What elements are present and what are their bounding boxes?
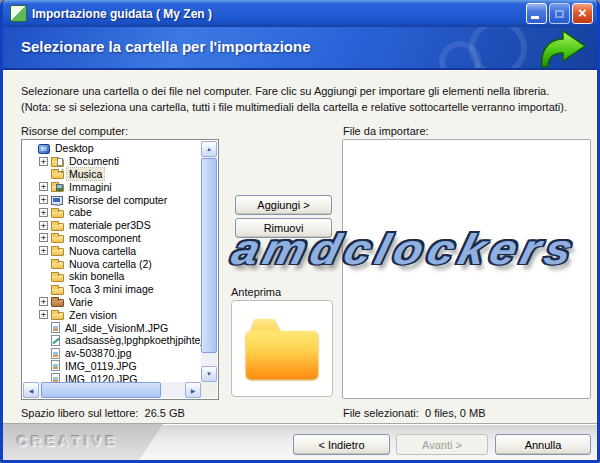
free-space-label: Spazio libero sul lettore: bbox=[21, 407, 138, 419]
horizontal-scroll-thumb[interactable] bbox=[41, 382, 161, 398]
selected-files-label: File selezionati: bbox=[343, 407, 419, 419]
desktop-icon bbox=[38, 144, 50, 154]
preview-label: Anteprima bbox=[231, 286, 281, 298]
folder-img-icon bbox=[51, 184, 64, 192]
next-button[interactable]: Avanti > bbox=[396, 434, 488, 455]
folder-icon bbox=[51, 223, 64, 231]
tree-item[interactable]: IMG_0120.JPG bbox=[23, 372, 201, 382]
tree-item-label: Nuova cartella bbox=[67, 245, 138, 257]
selected-files-status: File selezionati: 0 files, 0 MB bbox=[343, 407, 485, 419]
title-bar: Importazione guidata ( My Zen ) × bbox=[3, 0, 597, 27]
import-panel-label: File da importare: bbox=[343, 125, 429, 137]
green-arrow-icon bbox=[535, 30, 587, 70]
instructions-line2: (Nota: se si seleziona una cartella, tut… bbox=[21, 100, 581, 116]
tree-item-label: Varie bbox=[67, 296, 95, 308]
tree-item-label: asadsassèg,lpghpkoethjpihtejpihphte. bbox=[63, 334, 201, 346]
tree-item[interactable]: +moscomponent bbox=[23, 232, 201, 245]
folder-icon bbox=[51, 261, 64, 269]
tree-item[interactable]: +cabe bbox=[23, 206, 201, 219]
tree-item[interactable]: All_side_VisionM.JPG bbox=[23, 321, 201, 334]
image-file-icon bbox=[51, 322, 60, 333]
tree-item-label: IMG_0119.JPG bbox=[63, 360, 139, 372]
computer-icon bbox=[51, 196, 63, 205]
window-title: Importazione guidata ( My Zen ) bbox=[32, 7, 526, 21]
tree-item[interactable]: IMG_0119.JPG bbox=[23, 360, 201, 373]
orange-folder-icon bbox=[246, 319, 318, 379]
tree-item[interactable]: +Risorse del computer bbox=[23, 193, 201, 206]
minimize-icon bbox=[531, 16, 539, 19]
tree-item[interactable]: +Documenti bbox=[23, 155, 201, 168]
expand-icon[interactable]: + bbox=[39, 182, 48, 191]
close-button[interactable]: × bbox=[572, 3, 593, 24]
tree-horizontal-scrollbar[interactable]: ◀ ▶ bbox=[23, 382, 201, 398]
scroll-right-icon[interactable]: ▶ bbox=[185, 382, 201, 398]
tree-item-label: Musica bbox=[67, 168, 104, 180]
tree-item-label: av-503870.jpg bbox=[63, 347, 134, 359]
tree-item[interactable]: skin bonella bbox=[23, 270, 201, 283]
tree-item-label: materiale per3DS bbox=[67, 219, 153, 231]
minimize-button[interactable] bbox=[526, 3, 547, 24]
folder-tree-panel: Desktop+DocumentiMusica+Immagini+Risorse… bbox=[21, 139, 219, 400]
expand-icon[interactable]: + bbox=[39, 310, 48, 319]
folder-icon bbox=[51, 248, 64, 256]
tree-item[interactable]: asadsassèg,lpghpkoethjpihtejpihphte. bbox=[23, 334, 201, 347]
footer-bar: CREATIVE < Indietro Avanti > Annulla bbox=[3, 423, 597, 460]
tree-item[interactable]: +Immagini bbox=[23, 180, 201, 193]
expand-icon[interactable]: + bbox=[39, 297, 48, 306]
scroll-up-icon[interactable]: ▲ bbox=[201, 141, 217, 157]
scrollbar-corner bbox=[201, 382, 217, 398]
maximize-button[interactable] bbox=[549, 3, 570, 24]
import-file-list[interactable] bbox=[342, 139, 591, 399]
add-button[interactable]: Aggiungi > bbox=[235, 195, 332, 215]
tree-item-label: Nuova cartella (2) bbox=[67, 258, 154, 270]
wizard-header: Selezionare la cartella per l'importazio… bbox=[3, 27, 597, 70]
folder-doc-icon bbox=[51, 159, 64, 167]
preview-box bbox=[231, 300, 333, 397]
maximize-icon bbox=[555, 10, 564, 18]
tree-item[interactable]: +Varie bbox=[23, 296, 201, 309]
folder-music-icon bbox=[51, 171, 64, 179]
back-button[interactable]: < Indietro bbox=[293, 434, 390, 455]
vertical-scroll-thumb[interactable] bbox=[201, 158, 217, 353]
expand-icon[interactable]: + bbox=[39, 195, 48, 204]
folder-tree: Desktop+DocumentiMusica+Immagini+Risorse… bbox=[23, 141, 201, 382]
expand-icon[interactable]: + bbox=[39, 221, 48, 230]
tree-item-label: moscomponent bbox=[67, 232, 143, 244]
import-wizard-window: Importazione guidata ( My Zen ) × Selezi… bbox=[0, 0, 600, 463]
expand-icon[interactable]: + bbox=[39, 246, 48, 255]
tree-item-label: IMG_0120.JPG bbox=[63, 373, 139, 382]
scroll-down-icon[interactable]: ▼ bbox=[201, 366, 217, 382]
folder-icon bbox=[51, 210, 64, 218]
expand-icon[interactable]: + bbox=[39, 233, 48, 242]
tree-item-label: Desktop bbox=[53, 142, 96, 154]
scroll-left-icon[interactable]: ◀ bbox=[23, 382, 39, 398]
tree-item[interactable]: Musica bbox=[23, 168, 201, 181]
tree-item[interactable]: +materiale per3DS bbox=[23, 219, 201, 232]
folder-icon bbox=[51, 274, 64, 282]
tree-item[interactable]: Desktop bbox=[23, 142, 201, 155]
folder-brown-icon bbox=[51, 299, 64, 307]
tree-item[interactable]: +Nuova cartella bbox=[23, 244, 201, 257]
tree-item-label: skin bonella bbox=[67, 270, 126, 282]
tree-item[interactable]: Toca 3 mini image bbox=[23, 283, 201, 296]
close-icon: × bbox=[578, 5, 587, 20]
tree-item-label: Toca 3 mini image bbox=[67, 283, 156, 295]
tree-item-label: Immagini bbox=[67, 181, 114, 193]
tree-item[interactable]: +Zen vision bbox=[23, 308, 201, 321]
source-panel-label: Risorse del computer: bbox=[21, 125, 128, 137]
tree-item[interactable]: Nuova cartella (2) bbox=[23, 257, 201, 270]
text-file-icon bbox=[51, 335, 60, 346]
expand-icon[interactable]: + bbox=[39, 208, 48, 217]
expand-icon[interactable]: + bbox=[39, 157, 48, 166]
page-title: Selezionare la cartella per l'importazio… bbox=[21, 38, 311, 55]
folder-icon bbox=[51, 287, 64, 295]
remove-button[interactable]: Rimuovi bbox=[235, 218, 332, 238]
tree-item[interactable]: av-503870.jpg bbox=[23, 347, 201, 360]
cancel-button[interactable]: Annulla bbox=[495, 434, 591, 455]
tree-item-label: Zen vision bbox=[67, 309, 119, 321]
tree-item-label: Documenti bbox=[67, 155, 121, 167]
tree-vertical-scrollbar[interactable]: ▲ ▼ bbox=[201, 141, 217, 382]
image-file-icon bbox=[51, 373, 60, 382]
tree-item-label: cabe bbox=[67, 206, 94, 218]
wizard-body: Selezionare una cartella o dei file nel … bbox=[3, 70, 597, 421]
